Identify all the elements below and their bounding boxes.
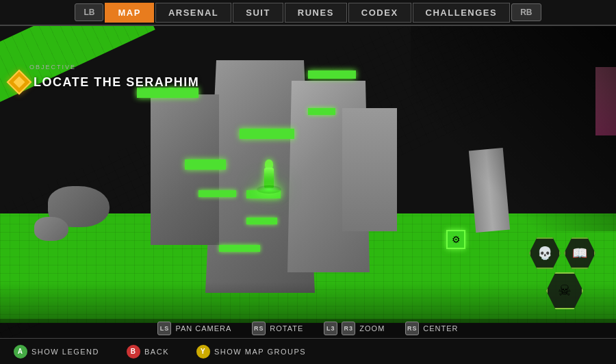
map-area[interactable]: ⚙ OBJECTIVE LOCATE THE SERAPHIM 💀 📖 (0, 26, 616, 364)
player-marker (259, 159, 279, 194)
objective-box: OBJECTIVE LOCATE THE SERAPHIM (10, 64, 199, 91)
enemy-icon: ⚙ (452, 234, 461, 245)
ctrl-center: RS CENTER (405, 322, 458, 335)
legend-danger-icon: ☠ (558, 282, 572, 300)
tab-challenges[interactable]: CHALLENGES (413, 3, 511, 23)
map-platform-2 (185, 159, 226, 170)
map-ledge-3 (219, 245, 260, 252)
map-building-5 (469, 148, 510, 233)
legend-hex-danger: ☠ (546, 272, 583, 309)
legend-enemy-icon: 💀 (537, 246, 552, 261)
ctrl-rotate-label: ROTATE (270, 324, 303, 333)
bottom-action-bar: A SHOW LEGEND B BACK Y SHOW MAP GROUPS (0, 338, 616, 364)
map-platform-5 (308, 70, 356, 79)
action-show-legend-label: SHOW LEGEND (31, 348, 99, 356)
ctrl-rotate: RS ROTATE (252, 322, 303, 335)
objective-text: LOCATE THE SERAPHIM (34, 75, 199, 90)
map-ledge-4 (308, 108, 335, 115)
btn-a-icon: A (14, 345, 27, 359)
tab-suit[interactable]: SUIT (233, 3, 283, 23)
ctrl-pan-label: PAN CAMERA (175, 324, 231, 333)
ctrl-zoom-label: ZOOM (359, 324, 385, 333)
enemy-marker: ⚙ (446, 230, 465, 249)
legend-hex-codex: 📖 (564, 237, 595, 269)
tab-runes[interactable]: RUNES (285, 3, 347, 23)
tab-codex[interactable]: CODEX (348, 3, 411, 23)
action-back[interactable]: B BACK (113, 345, 183, 359)
map-rock-2 (34, 217, 68, 241)
ctrl-btn-center: RS (405, 322, 419, 335)
ctrl-btn-ls: LS (157, 322, 171, 335)
map-pink-accent (595, 67, 616, 135)
btn-b-icon: B (127, 345, 140, 359)
btn-y-icon: Y (196, 345, 210, 359)
right-bumper[interactable]: RB (511, 3, 541, 21)
map-platform-1 (240, 129, 294, 139)
action-map-groups-label: SHOW MAP GROUPS (214, 348, 306, 356)
objective-label: OBJECTIVE (10, 64, 199, 70)
ctrl-btn-l3: L3 (324, 322, 337, 335)
legend-hex-enemy: 💀 (529, 237, 561, 269)
ctrl-btn-rs: RS (252, 322, 266, 335)
tab-arsenal[interactable]: ARSENAL (155, 3, 231, 23)
map-ledge-2 (246, 218, 277, 224)
tab-map[interactable]: MAP (105, 3, 153, 23)
left-bumper[interactable]: LB (75, 3, 103, 21)
map-building-4 (342, 108, 397, 231)
action-show-map-groups[interactable]: Y SHOW MAP GROUPS (183, 345, 320, 359)
map-building-3 (151, 94, 219, 245)
objective-diamond-icon (7, 70, 32, 95)
legend-codex-icon: 📖 (572, 246, 587, 261)
bottom-controls: LS PAN CAMERA RS ROTATE L3 R3 ZOOM RS CE… (0, 319, 616, 338)
legend-icons: 💀 📖 ☠ (529, 237, 595, 309)
map-ledge-1 (198, 190, 236, 197)
top-navigation: LB MAP ARSENAL SUIT RUNES CODEX CHALLENG… (0, 0, 616, 26)
ctrl-pan: LS PAN CAMERA (157, 322, 231, 335)
ctrl-zoom: L3 R3 ZOOM (324, 322, 385, 335)
action-back-label: BACK (144, 348, 169, 356)
ctrl-btn-r3: R3 (342, 322, 355, 335)
ctrl-center-label: CENTER (423, 324, 458, 333)
action-show-legend[interactable]: A SHOW LEGEND (0, 345, 113, 359)
